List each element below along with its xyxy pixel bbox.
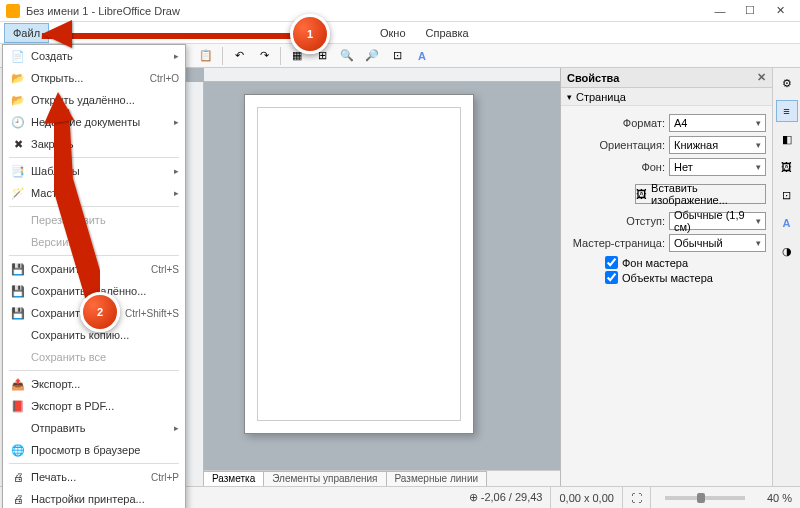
side-panel: Свойства ✕ ▾ Страница Формат: A4▾ Ориент… bbox=[560, 68, 772, 486]
app-icon bbox=[6, 4, 20, 18]
menu-print[interactable]: 🖨Печать...Ctrl+P bbox=[3, 466, 185, 488]
navigator2-icon[interactable]: ⊡ bbox=[776, 184, 798, 206]
chk-master-obj[interactable] bbox=[605, 271, 618, 284]
insert-image-button[interactable]: 🖼 Вставить изображение... bbox=[635, 184, 766, 204]
menu-export-pdf[interactable]: 📕Экспорт в PDF... bbox=[3, 395, 185, 417]
minimize-button[interactable]: — bbox=[706, 1, 734, 21]
maximize-button[interactable]: ☐ bbox=[736, 1, 764, 21]
margin-label: Отступ: bbox=[567, 215, 665, 227]
sidebar-iconstrip: ⚙ ≡ ◧ 🖼 ⊡ A ◑ bbox=[772, 68, 800, 486]
sidepanel-section-page[interactable]: ▾ Страница bbox=[561, 88, 772, 106]
sidepanel-close-icon[interactable]: ✕ bbox=[757, 71, 766, 84]
zoom-fit-icon[interactable]: ⛶ bbox=[623, 487, 651, 508]
bg-label: Фон: bbox=[567, 161, 665, 173]
chk-master-bg-label: Фон мастера bbox=[622, 257, 688, 269]
menu-open[interactable]: 📂Открыть...Ctrl+O bbox=[3, 67, 185, 89]
settings-icon[interactable]: ⚙ bbox=[776, 72, 798, 94]
menu-recent[interactable]: 🕘Недавние документы▸ bbox=[3, 111, 185, 133]
zoom-slider[interactable] bbox=[665, 496, 745, 500]
tab-layout[interactable]: Разметка bbox=[203, 471, 264, 486]
file-menu: 📄Создать▸ 📂Открыть...Ctrl+O 📂Открыть уда… bbox=[2, 44, 186, 508]
master-label: Мастер-страница: bbox=[567, 237, 665, 249]
triangle-icon: ▾ bbox=[567, 92, 572, 102]
menu-preview[interactable]: 🌐Просмотр в браузере bbox=[3, 439, 185, 461]
menu-open-remote[interactable]: 📂Открыть удалённо... bbox=[3, 89, 185, 111]
fontwork-strip-icon[interactable]: A bbox=[776, 212, 798, 234]
styles-icon[interactable]: ◑ bbox=[776, 240, 798, 262]
menu-printer[interactable]: 🖨Настройки принтера... bbox=[3, 488, 185, 508]
tab-dims[interactable]: Размерные линии bbox=[386, 471, 488, 486]
zoom-level[interactable]: 40 % bbox=[759, 487, 800, 508]
undo-icon[interactable]: ↶ bbox=[228, 46, 250, 66]
chk-master-obj-label: Объекты мастера bbox=[622, 272, 713, 284]
redo-icon[interactable]: ↷ bbox=[253, 46, 275, 66]
ruler-horizontal bbox=[204, 68, 560, 82]
orient-label: Ориентация: bbox=[567, 139, 665, 151]
margin-combo[interactable]: Обычные (1,9 см)▾ bbox=[669, 212, 766, 230]
menu-hidden: П… bbox=[53, 24, 88, 42]
orient-combo[interactable]: Книжная▾ bbox=[669, 136, 766, 154]
menu-help[interactable]: Справка bbox=[418, 24, 477, 42]
menu-wizards[interactable]: 📑Шаблоны▸ bbox=[3, 160, 185, 182]
status-size: 0,00 x 0,00 bbox=[551, 487, 622, 508]
sidepanel-title: Свойства ✕ bbox=[561, 68, 772, 88]
menu-save-all: Сохранить все bbox=[3, 346, 185, 368]
shapes-icon[interactable]: ◧ bbox=[776, 128, 798, 150]
menu-export[interactable]: 📤Экспорт... bbox=[3, 373, 185, 395]
zoom-icon[interactable]: 🔎 bbox=[361, 46, 383, 66]
properties-icon[interactable]: ≡ bbox=[776, 100, 798, 122]
chk-master-bg[interactable] bbox=[605, 256, 618, 269]
callout-1: 1 bbox=[290, 14, 330, 54]
paste-icon[interactable]: 📋 bbox=[195, 46, 217, 66]
menu-close[interactable]: ✖Закрыть bbox=[3, 133, 185, 155]
ruler-vertical bbox=[186, 82, 204, 486]
window-title: Без имени 1 - LibreOffice Draw bbox=[26, 5, 706, 17]
format-combo[interactable]: A4▾ bbox=[669, 114, 766, 132]
close-button[interactable]: ✕ bbox=[766, 1, 794, 21]
work-area: Разметка Элементы управления Размерные л… bbox=[186, 68, 560, 486]
canvas[interactable] bbox=[204, 82, 546, 456]
master-combo[interactable]: Обычный▾ bbox=[669, 234, 766, 252]
layer-tabbar: Разметка Элементы управления Размерные л… bbox=[204, 470, 560, 486]
titlebar: Без имени 1 - LibreOffice Draw — ☐ ✕ bbox=[0, 0, 800, 22]
menu-masters[interactable]: 🪄Мастера▸ bbox=[3, 182, 185, 204]
find-icon[interactable]: 🔍 bbox=[336, 46, 358, 66]
menu-reload: Перезагрузить bbox=[3, 209, 185, 231]
format-label: Формат: bbox=[567, 117, 665, 129]
menu-versions: Версии... bbox=[3, 231, 185, 253]
tab-controls[interactable]: Элементы управления bbox=[263, 471, 386, 486]
menubar: Файл П… Окно Справка bbox=[0, 22, 800, 44]
menu-create[interactable]: 📄Создать▸ bbox=[3, 45, 185, 67]
menu-save[interactable]: 💾СохранитьCtrl+S bbox=[3, 258, 185, 280]
gallery-icon[interactable]: 🖼 bbox=[776, 156, 798, 178]
bg-combo[interactable]: Нет▾ bbox=[669, 158, 766, 176]
menu-window[interactable]: Окно bbox=[372, 24, 414, 42]
status-coords: ⊕ -2,06 / 29,43 bbox=[461, 487, 552, 508]
menu-file[interactable]: Файл bbox=[4, 23, 49, 43]
sidepanel-title-label: Свойства bbox=[567, 72, 619, 84]
page[interactable] bbox=[244, 94, 474, 434]
menu-send[interactable]: Отправить▸ bbox=[3, 417, 185, 439]
navigator-icon[interactable]: ⊡ bbox=[386, 46, 408, 66]
section-label: Страница bbox=[576, 91, 626, 103]
callout-2: 2 bbox=[80, 292, 120, 332]
fontwork-icon[interactable]: A bbox=[411, 46, 433, 66]
